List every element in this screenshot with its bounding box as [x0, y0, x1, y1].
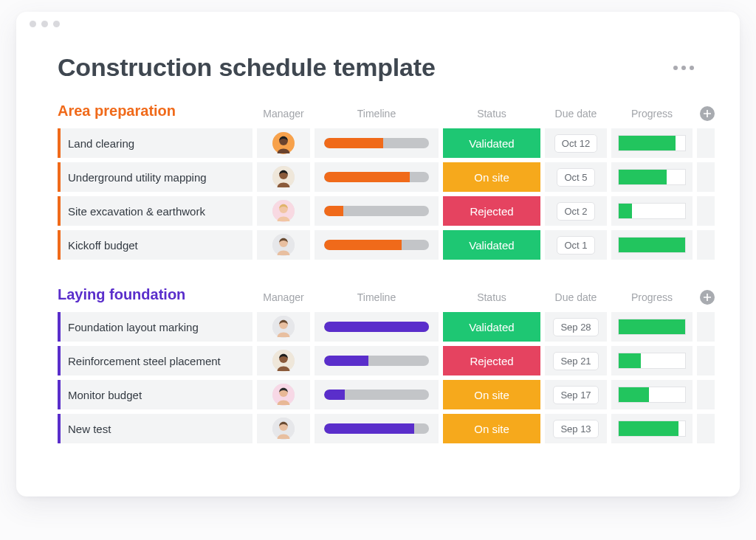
more-menu-button[interactable]	[669, 61, 698, 75]
task-name-cell[interactable]: Site excavation & earthwork	[58, 196, 252, 226]
row-trailing-cell[interactable]	[697, 162, 715, 192]
manager-cell[interactable]	[257, 414, 310, 443]
table-row[interactable]: Monitor budget On site Sep 17	[58, 380, 698, 409]
due-date-value: Sep 28	[553, 318, 598, 336]
task-name-cell[interactable]: Land clearing	[58, 128, 252, 158]
due-date-cell[interactable]: Oct 2	[545, 196, 607, 226]
progress-cell[interactable]	[611, 230, 693, 260]
section-title: Area preparation	[58, 103, 252, 121]
progress-cell[interactable]	[611, 346, 693, 375]
progress-cell[interactable]	[611, 128, 693, 158]
timeline-track	[324, 423, 429, 434]
table-row[interactable]: Underground utility mapping On site Oct …	[58, 162, 698, 192]
progress-cell[interactable]	[611, 196, 693, 226]
status-cell[interactable]: On site	[443, 162, 540, 192]
task-name-cell[interactable]: Monitor budget	[58, 380, 252, 409]
app-window: Construction schedule template Area prep…	[16, 12, 740, 496]
timeline-cell[interactable]	[315, 196, 439, 226]
table-row[interactable]: New test On site Sep 13	[58, 414, 698, 443]
status-cell[interactable]: Validated	[443, 230, 540, 260]
table-row[interactable]: Land clearing Validated Oct 12	[58, 128, 698, 158]
timeline-fill	[324, 206, 343, 216]
due-date-cell[interactable]: Oct 12	[545, 128, 607, 158]
avatar-icon	[272, 200, 295, 222]
manager-cell[interactable]	[257, 312, 310, 342]
row-trailing-cell[interactable]	[697, 312, 715, 342]
due-date-cell[interactable]: Oct 1	[545, 230, 607, 260]
status-cell[interactable]: Validated	[443, 312, 540, 342]
manager-cell[interactable]	[257, 162, 310, 192]
progress-cell[interactable]	[611, 380, 693, 409]
plus-icon	[704, 294, 711, 301]
due-date-cell[interactable]: Sep 17	[545, 380, 607, 409]
due-date-cell[interactable]: Sep 28	[545, 312, 607, 342]
status-badge: On site	[443, 414, 540, 443]
status-cell[interactable]: Rejected	[443, 196, 540, 226]
timeline-cell[interactable]	[315, 128, 439, 158]
timeline-cell[interactable]	[315, 312, 439, 342]
progress-cell[interactable]	[611, 414, 693, 443]
add-column-button[interactable]	[700, 106, 715, 121]
timeline-cell[interactable]	[315, 162, 439, 192]
table-row[interactable]: Kickoff budget Validated Oct 1	[58, 230, 698, 260]
timeline-track	[324, 240, 429, 250]
row-trailing-cell[interactable]	[697, 196, 715, 226]
task-name-cell[interactable]: Reinforcement steel placement	[58, 346, 252, 375]
table-row[interactable]: Foundation layout marking Validated Sep …	[58, 312, 698, 342]
manager-cell[interactable]	[257, 380, 310, 409]
table-row[interactable]: Reinforcement steel placement Rejected S…	[58, 346, 698, 375]
status-cell[interactable]: Rejected	[443, 346, 540, 375]
avatar-icon	[272, 132, 295, 154]
task-name-cell[interactable]: Underground utility mapping	[58, 162, 252, 192]
status-cell[interactable]: On site	[443, 380, 540, 409]
progress-cell[interactable]	[611, 312, 693, 342]
status-badge: On site	[443, 162, 540, 192]
status-badge: Rejected	[443, 346, 540, 375]
column-header-timeline: Timeline	[315, 291, 439, 305]
content-area: Construction schedule template Area prep…	[16, 35, 740, 443]
task-name-cell[interactable]: Foundation layout marking	[58, 312, 252, 342]
status-badge: Rejected	[443, 196, 540, 226]
timeline-fill	[324, 356, 368, 366]
plus-icon	[704, 110, 711, 117]
row-trailing-cell[interactable]	[697, 230, 715, 260]
due-date-cell[interactable]: Sep 21	[545, 346, 607, 375]
progress-fill	[619, 387, 649, 402]
task-name-cell[interactable]: Kickoff budget	[58, 230, 252, 260]
status-cell[interactable]: On site	[443, 414, 540, 443]
row-trailing-cell[interactable]	[697, 346, 715, 375]
window-titlebar	[16, 12, 740, 35]
manager-cell[interactable]	[257, 128, 310, 158]
row-trailing-cell[interactable]	[697, 380, 715, 409]
manager-cell[interactable]	[257, 346, 310, 375]
due-date-value: Sep 13	[553, 420, 598, 438]
traffic-light-dot	[30, 21, 36, 27]
row-trailing-cell[interactable]	[697, 414, 715, 443]
timeline-fill	[324, 390, 345, 400]
column-header-manager: Manager	[257, 291, 310, 305]
timeline-track	[324, 172, 429, 182]
column-header-due-date: Due date	[545, 108, 607, 121]
due-date-value: Oct 12	[554, 134, 597, 153]
due-date-cell[interactable]: Oct 5	[545, 162, 607, 192]
timeline-cell[interactable]	[315, 346, 439, 375]
section: Area preparation Manager Timeline Status…	[58, 103, 698, 260]
timeline-cell[interactable]	[315, 414, 439, 443]
manager-cell[interactable]	[257, 196, 310, 226]
due-date-cell[interactable]: Sep 13	[545, 414, 607, 443]
task-name-cell[interactable]: New test	[58, 414, 252, 443]
traffic-light-dot	[53, 21, 60, 27]
add-column-button[interactable]	[700, 290, 715, 305]
avatar-icon	[272, 418, 295, 440]
timeline-cell[interactable]	[315, 380, 439, 409]
status-cell[interactable]: Validated	[443, 128, 540, 158]
timeline-cell[interactable]	[315, 230, 439, 260]
row-trailing-cell[interactable]	[697, 128, 715, 158]
progress-fill	[619, 421, 678, 436]
manager-cell[interactable]	[257, 230, 310, 260]
table-row[interactable]: Site excavation & earthwork Rejected Oct…	[58, 196, 698, 226]
avatar-icon	[272, 350, 295, 372]
column-header-timeline: Timeline	[315, 108, 439, 121]
timeline-track	[324, 138, 429, 148]
progress-cell[interactable]	[611, 162, 693, 192]
